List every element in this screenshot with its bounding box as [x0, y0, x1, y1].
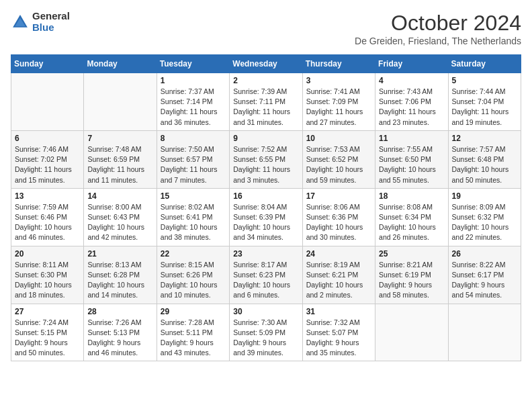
calendar-cell — [448, 304, 521, 361]
calendar-location: De Greiden, Friesland, The Netherlands — [355, 36, 521, 46]
day-detail: Sunrise: 8:04 AM Sunset: 6:39 PM Dayligh… — [233, 202, 298, 243]
day-number: 28 — [87, 307, 152, 316]
calendar-cell: 10Sunrise: 7:53 AM Sunset: 6:52 PM Dayli… — [302, 130, 375, 188]
calendar-week-5: 27Sunrise: 7:24 AM Sunset: 5:15 PM Dayli… — [11, 304, 521, 361]
day-number: 5 — [452, 76, 517, 85]
calendar-cell: 1Sunrise: 7:37 AM Sunset: 7:14 PM Daylig… — [157, 73, 229, 131]
title-block: October 2024 De Greiden, Friesland, The … — [355, 11, 521, 46]
logo-general-text: General — [32, 11, 70, 22]
calendar-cell: 25Sunrise: 8:21 AM Sunset: 6:19 PM Dayli… — [375, 246, 448, 304]
day-detail: Sunrise: 8:17 AM Sunset: 6:23 PM Dayligh… — [233, 260, 298, 301]
day-number: 17 — [306, 191, 371, 201]
calendar-cell: 21Sunrise: 8:13 AM Sunset: 6:28 PM Dayli… — [84, 246, 157, 304]
calendar-cell: 7Sunrise: 7:48 AM Sunset: 6:59 PM Daylig… — [84, 130, 157, 188]
calendar-cell: 24Sunrise: 8:19 AM Sunset: 6:21 PM Dayli… — [302, 246, 375, 304]
calendar-cell — [375, 304, 448, 361]
day-number: 25 — [379, 249, 444, 259]
day-detail: Sunrise: 7:41 AM Sunset: 7:09 PM Dayligh… — [306, 87, 371, 128]
day-detail: Sunrise: 7:37 AM Sunset: 7:14 PM Dayligh… — [161, 87, 226, 128]
calendar-cell: 14Sunrise: 8:00 AM Sunset: 6:43 PM Dayli… — [84, 188, 157, 246]
day-detail: Sunrise: 7:50 AM Sunset: 6:57 PM Dayligh… — [161, 144, 226, 185]
day-number: 14 — [87, 191, 152, 201]
day-detail: Sunrise: 7:53 AM Sunset: 6:52 PM Dayligh… — [306, 144, 371, 185]
day-detail: Sunrise: 8:11 AM Sunset: 6:30 PM Dayligh… — [15, 260, 80, 301]
day-detail: Sunrise: 8:15 AM Sunset: 6:26 PM Dayligh… — [161, 260, 226, 301]
day-number: 12 — [452, 134, 517, 143]
calendar-cell: 17Sunrise: 8:06 AM Sunset: 6:36 PM Dayli… — [302, 188, 375, 246]
day-detail: Sunrise: 7:26 AM Sunset: 5:13 PM Dayligh… — [87, 318, 152, 359]
calendar-cell: 20Sunrise: 8:11 AM Sunset: 6:30 PM Dayli… — [11, 246, 84, 304]
col-friday: Friday — [375, 55, 448, 73]
day-detail: Sunrise: 7:48 AM Sunset: 6:59 PM Dayligh… — [87, 144, 152, 185]
day-detail: Sunrise: 8:21 AM Sunset: 6:19 PM Dayligh… — [379, 260, 444, 301]
logo: General Blue — [11, 11, 70, 33]
day-number: 31 — [306, 307, 371, 316]
day-number: 1 — [161, 76, 226, 85]
day-detail: Sunrise: 8:13 AM Sunset: 6:28 PM Dayligh… — [87, 260, 152, 301]
col-tuesday: Tuesday — [157, 55, 229, 73]
day-number: 4 — [379, 76, 444, 85]
calendar-cell: 12Sunrise: 7:57 AM Sunset: 6:48 PM Dayli… — [448, 130, 521, 188]
calendar-cell: 6Sunrise: 7:46 AM Sunset: 7:02 PM Daylig… — [11, 130, 84, 188]
day-detail: Sunrise: 8:02 AM Sunset: 6:41 PM Dayligh… — [161, 202, 226, 243]
day-number: 26 — [452, 249, 517, 259]
calendar-cell: 22Sunrise: 8:15 AM Sunset: 6:26 PM Dayli… — [157, 246, 229, 304]
day-number: 29 — [161, 307, 226, 316]
calendar-cell: 26Sunrise: 8:22 AM Sunset: 6:17 PM Dayli… — [448, 246, 521, 304]
col-monday: Monday — [84, 55, 157, 73]
day-detail: Sunrise: 7:44 AM Sunset: 7:04 PM Dayligh… — [452, 87, 517, 128]
day-number: 9 — [233, 134, 298, 143]
calendar-header-row: Sunday Monday Tuesday Wednesday Thursday… — [11, 55, 521, 73]
day-detail: Sunrise: 8:00 AM Sunset: 6:43 PM Dayligh… — [87, 202, 152, 243]
day-detail: Sunrise: 7:39 AM Sunset: 7:11 PM Dayligh… — [233, 87, 298, 128]
day-detail: Sunrise: 7:28 AM Sunset: 5:11 PM Dayligh… — [161, 318, 226, 359]
calendar-cell: 28Sunrise: 7:26 AM Sunset: 5:13 PM Dayli… — [84, 304, 157, 361]
day-number: 10 — [306, 134, 371, 143]
day-number: 6 — [15, 134, 80, 143]
day-detail: Sunrise: 7:46 AM Sunset: 7:02 PM Dayligh… — [15, 144, 80, 185]
day-number: 20 — [15, 249, 80, 259]
day-number: 30 — [233, 307, 298, 316]
calendar-table: Sunday Monday Tuesday Wednesday Thursday… — [11, 54, 521, 361]
col-sunday: Sunday — [11, 55, 84, 73]
calendar-cell: 3Sunrise: 7:41 AM Sunset: 7:09 PM Daylig… — [302, 73, 375, 131]
day-detail: Sunrise: 7:52 AM Sunset: 6:55 PM Dayligh… — [233, 144, 298, 185]
day-number: 8 — [161, 134, 226, 143]
day-number: 15 — [161, 191, 226, 201]
day-detail: Sunrise: 7:55 AM Sunset: 6:50 PM Dayligh… — [379, 144, 444, 185]
calendar-cell: 5Sunrise: 7:44 AM Sunset: 7:04 PM Daylig… — [448, 73, 521, 131]
day-number: 21 — [87, 249, 152, 259]
calendar-cell: 4Sunrise: 7:43 AM Sunset: 7:06 PM Daylig… — [375, 73, 448, 131]
day-detail: Sunrise: 8:22 AM Sunset: 6:17 PM Dayligh… — [452, 260, 517, 301]
day-detail: Sunrise: 7:30 AM Sunset: 5:09 PM Dayligh… — [233, 318, 298, 359]
day-detail: Sunrise: 7:57 AM Sunset: 6:48 PM Dayligh… — [452, 144, 517, 185]
calendar-week-4: 20Sunrise: 8:11 AM Sunset: 6:30 PM Dayli… — [11, 246, 521, 304]
calendar-cell: 30Sunrise: 7:30 AM Sunset: 5:09 PM Dayli… — [230, 304, 302, 361]
calendar-cell: 8Sunrise: 7:50 AM Sunset: 6:57 PM Daylig… — [157, 130, 229, 188]
page-header: General Blue October 2024 De Greiden, Fr… — [11, 11, 521, 46]
day-number: 13 — [15, 191, 80, 201]
day-number: 18 — [379, 191, 444, 201]
calendar-cell: 18Sunrise: 8:08 AM Sunset: 6:34 PM Dayli… — [375, 188, 448, 246]
day-detail: Sunrise: 8:09 AM Sunset: 6:32 PM Dayligh… — [452, 202, 517, 243]
day-number: 16 — [233, 191, 298, 201]
calendar-cell: 29Sunrise: 7:28 AM Sunset: 5:11 PM Dayli… — [157, 304, 229, 361]
calendar-week-2: 6Sunrise: 7:46 AM Sunset: 7:02 PM Daylig… — [11, 130, 521, 188]
day-detail: Sunrise: 7:43 AM Sunset: 7:06 PM Dayligh… — [379, 87, 444, 128]
calendar-cell: 9Sunrise: 7:52 AM Sunset: 6:55 PM Daylig… — [230, 130, 302, 188]
day-number: 2 — [233, 76, 298, 85]
calendar-cell: 31Sunrise: 7:32 AM Sunset: 5:07 PM Dayli… — [302, 304, 375, 361]
col-saturday: Saturday — [448, 55, 521, 73]
day-number: 23 — [233, 249, 298, 259]
day-detail: Sunrise: 7:59 AM Sunset: 6:46 PM Dayligh… — [15, 202, 80, 243]
logo-blue-text: Blue — [32, 22, 70, 34]
calendar-cell: 23Sunrise: 8:17 AM Sunset: 6:23 PM Dayli… — [230, 246, 302, 304]
calendar-title: October 2024 — [355, 11, 521, 36]
day-detail: Sunrise: 7:24 AM Sunset: 5:15 PM Dayligh… — [15, 318, 80, 359]
calendar-cell: 15Sunrise: 8:02 AM Sunset: 6:41 PM Dayli… — [157, 188, 229, 246]
calendar-cell: 2Sunrise: 7:39 AM Sunset: 7:11 PM Daylig… — [230, 73, 302, 131]
day-detail: Sunrise: 8:19 AM Sunset: 6:21 PM Dayligh… — [306, 260, 371, 301]
day-detail: Sunrise: 8:06 AM Sunset: 6:36 PM Dayligh… — [306, 202, 371, 243]
day-number: 7 — [87, 134, 152, 143]
calendar-week-1: 1Sunrise: 7:37 AM Sunset: 7:14 PM Daylig… — [11, 73, 521, 131]
